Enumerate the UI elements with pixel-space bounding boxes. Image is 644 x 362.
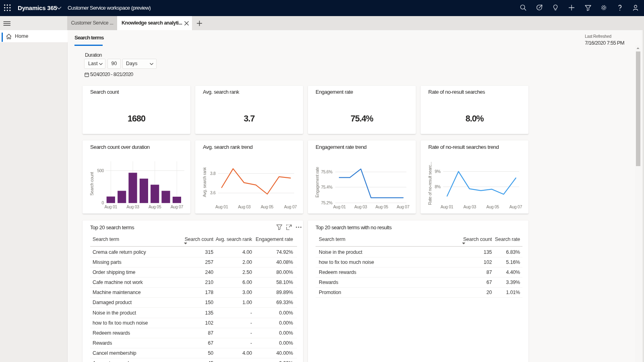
svg-text:Engagement rate: Engagement rate xyxy=(315,167,320,198)
svg-text:75.2%: 75.2% xyxy=(321,200,332,205)
svg-text:75.6%: 75.6% xyxy=(321,169,332,174)
svg-text:3.8: 3.8 xyxy=(210,171,216,176)
svg-text:Rate of no-result searc...: Rate of no-result searc... xyxy=(427,162,432,205)
svg-text:Aug 03: Aug 03 xyxy=(126,204,139,209)
svg-text:Aug 07: Aug 07 xyxy=(396,204,409,209)
svg-text:Aug 07: Aug 07 xyxy=(171,204,184,209)
svg-text:3.6: 3.6 xyxy=(210,190,216,195)
svg-text:Avg. search rank: Avg. search rank xyxy=(202,167,207,197)
svg-text:Aug 07: Aug 07 xyxy=(284,204,297,209)
svg-text:Aug 05: Aug 05 xyxy=(486,204,499,209)
svg-text:Search count: Search count xyxy=(89,172,94,195)
svg-text:Aug 01: Aug 01 xyxy=(105,204,118,209)
svg-text:Aug 05: Aug 05 xyxy=(149,204,161,209)
svg-text:8%: 8% xyxy=(435,184,441,189)
svg-text:Aug 03: Aug 03 xyxy=(238,204,251,209)
svg-text:Aug 03: Aug 03 xyxy=(463,204,476,209)
svg-text:Aug 03: Aug 03 xyxy=(354,204,367,209)
svg-text:9%: 9% xyxy=(435,169,441,174)
svg-text:Aug 05: Aug 05 xyxy=(376,204,388,209)
svg-text:Aug 07: Aug 07 xyxy=(509,204,522,209)
svg-text:0: 0 xyxy=(101,200,104,205)
svg-text:500: 500 xyxy=(97,168,104,173)
svg-text:Aug 01: Aug 01 xyxy=(333,204,346,209)
svg-text:75.4%: 75.4% xyxy=(321,185,332,189)
svg-text:Aug 01: Aug 01 xyxy=(215,204,228,209)
svg-text:Aug 05: Aug 05 xyxy=(261,204,274,209)
svg-text:Aug 01: Aug 01 xyxy=(441,204,454,209)
